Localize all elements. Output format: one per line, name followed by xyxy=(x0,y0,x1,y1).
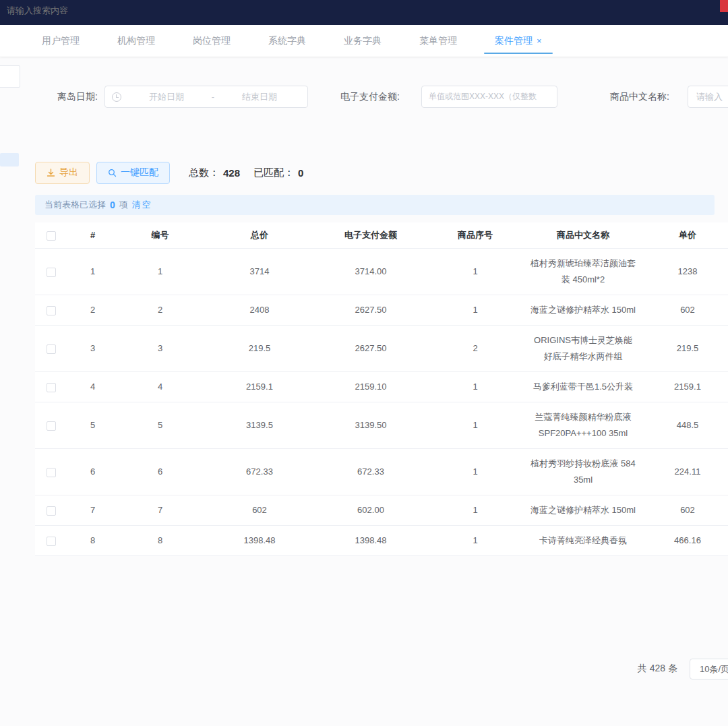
date-start-placeholder[interactable]: 开始日期 xyxy=(125,91,208,103)
cell-index: 1 xyxy=(67,249,118,295)
cell-unit-price: 1238 xyxy=(640,249,728,295)
row-checkbox[interactable] xyxy=(47,506,56,516)
cell-product-name: 植村秀新琥珀臻萃洁颜油套装 450ml*2 xyxy=(526,249,640,295)
case-table: # 编号 总价 电子支付金额 商品序号 商品中文名称 单价 1 1 3714 3… xyxy=(35,222,728,610)
product-name-filter-label: 商品中文名称: xyxy=(610,91,669,103)
row-checkbox[interactable] xyxy=(47,306,56,315)
selection-prefix: 当前表格已选择 xyxy=(44,199,106,211)
tab-label: 菜单管理 xyxy=(419,35,457,47)
matched-label: 已匹配： xyxy=(253,167,294,179)
cell-epay: 2159.10 xyxy=(317,372,425,402)
tab-label: 岗位管理 xyxy=(193,35,231,47)
cell-index: 2 xyxy=(67,295,118,326)
table-row: 1 1 3714 3714.00 1 植村秀新琥珀臻萃洁颜油套装 450ml*2… xyxy=(35,249,728,295)
product-name-input[interactable]: 请输入 xyxy=(688,86,728,108)
toolbar: 导出 一键匹配 总数：428 已匹配：0 xyxy=(35,161,303,184)
clock-icon xyxy=(112,92,121,102)
table-row: 4 4 2159.1 2159.10 1 马爹利蓝带干邑1.5公升装 2159.… xyxy=(35,372,728,402)
global-search-input[interactable] xyxy=(0,0,202,16)
cell-epay: 2627.50 xyxy=(317,326,425,372)
date-filter-label: 离岛日期: xyxy=(57,91,98,103)
nav-tab[interactable]: 菜单管理 xyxy=(418,25,458,57)
row-checkbox[interactable] xyxy=(47,468,56,477)
col-header-index: # xyxy=(67,222,118,249)
clipped-panel-fragment xyxy=(0,65,20,88)
cell-epay: 1398.48 xyxy=(317,526,425,556)
date-end-placeholder[interactable]: 结束日期 xyxy=(218,91,301,103)
cell-seq: 1 xyxy=(425,526,526,556)
cell-unit-price: 2159.1 xyxy=(640,372,728,402)
col-header-code: 编号 xyxy=(118,222,202,249)
cell-code: 4 xyxy=(118,372,202,402)
page-size-select[interactable]: 10条/页 xyxy=(690,659,728,679)
cell-total: 219.5 xyxy=(202,326,317,372)
cell-unit-price: 224.11 xyxy=(640,449,728,495)
tab-label: 案件管理 xyxy=(495,35,533,47)
tab-label: 机构管理 xyxy=(117,35,155,47)
select-all-checkbox[interactable] xyxy=(47,231,56,241)
selection-count: 0 xyxy=(110,200,115,210)
tab-label: 系统字典 xyxy=(268,35,306,47)
top-navbar xyxy=(0,0,728,25)
one-click-match-button[interactable]: 一键匹配 xyxy=(96,162,170,184)
cell-total: 3714 xyxy=(202,249,317,295)
cell-code: 6 xyxy=(118,449,202,495)
cell-product-name: ORIGINS韦博士灵芝焕能好底子精华水两件组 xyxy=(526,326,640,372)
filter-row: 离岛日期: 开始日期 - 结束日期 电子支付金额: 单值或范围XXX-XXX（仅… xyxy=(0,86,728,109)
cell-product-name: 兰蔻菁纯臻颜精华粉底液SPF20PA+++100 35ml xyxy=(526,402,640,449)
matched-value: 0 xyxy=(298,167,303,179)
cell-total: 2408 xyxy=(202,295,317,326)
cell-seq: 2 xyxy=(425,326,526,372)
col-header-epay: 电子支付金额 xyxy=(317,222,425,249)
cell-index: 3 xyxy=(67,326,118,372)
cell-code: 7 xyxy=(118,495,202,526)
row-checkbox[interactable] xyxy=(47,344,56,354)
cell-product-name: 海蓝之谜修护精萃水 150ml xyxy=(526,495,640,526)
nav-tab[interactable]: 机构管理 xyxy=(116,25,156,57)
cell-epay: 672.33 xyxy=(317,449,425,495)
export-button-label: 导出 xyxy=(59,167,78,179)
cell-index: 8 xyxy=(67,526,118,556)
row-checkbox[interactable] xyxy=(47,383,56,392)
cell-total: 3139.5 xyxy=(202,402,317,449)
selection-info-bar: 当前表格已选择 0 项 清空 xyxy=(35,195,715,215)
nav-tab[interactable]: 系统字典 xyxy=(267,25,307,57)
cell-epay: 3714.00 xyxy=(317,249,425,295)
table-row: 3 3 219.5 2627.50 2 ORIGINS韦博士灵芝焕能好底子精华水… xyxy=(35,326,728,372)
corner-red-badge xyxy=(720,0,728,12)
cell-product-name: 马爹利蓝带干邑1.5公升装 xyxy=(526,372,640,402)
cell-seq: 1 xyxy=(425,495,526,526)
tab-close-icon[interactable]: × xyxy=(537,36,542,46)
cell-seq: 1 xyxy=(425,449,526,495)
row-checkbox[interactable] xyxy=(47,421,56,431)
amount-input[interactable]: 单值或范围XXX-XXX（仅整数 xyxy=(421,86,557,108)
cell-unit-price: 602 xyxy=(640,495,728,526)
total-label: 总数： xyxy=(189,167,219,179)
nav-tab[interactable]: 业务字典 xyxy=(342,25,383,57)
row-checkbox[interactable] xyxy=(47,537,56,546)
cell-code: 3 xyxy=(118,326,202,372)
date-range-picker[interactable]: 开始日期 - 结束日期 xyxy=(104,86,308,108)
clear-selection-link[interactable]: 清空 xyxy=(132,199,152,211)
export-button[interactable]: 导出 xyxy=(35,162,90,184)
tab-label: 业务字典 xyxy=(344,35,382,47)
cell-unit-price: 602 xyxy=(640,295,728,326)
record-count-label: 共 428 条 xyxy=(638,663,677,675)
selection-suffix: 项 xyxy=(119,199,128,211)
cell-epay: 2627.50 xyxy=(317,295,425,326)
nav-tab[interactable]: 岗位管理 xyxy=(191,25,232,57)
cell-code: 8 xyxy=(118,526,202,556)
cell-epay: 3139.50 xyxy=(317,402,425,449)
cell-unit-price: 466.16 xyxy=(640,526,728,556)
download-icon xyxy=(47,169,55,177)
row-checkbox[interactable] xyxy=(47,268,56,277)
cell-product-name: 卡诗菁纯亮泽经典香氛 xyxy=(526,526,640,556)
nav-tab[interactable]: 用户管理 xyxy=(40,25,81,57)
cell-unit-price: 448.5 xyxy=(640,402,728,449)
cell-seq: 1 xyxy=(425,402,526,449)
cell-unit-price: 219.5 xyxy=(640,326,728,372)
cell-seq: 1 xyxy=(425,372,526,402)
nav-tab[interactable]: 案件管理 × xyxy=(493,25,543,57)
cell-total: 672.33 xyxy=(202,449,317,495)
cell-total: 1398.48 xyxy=(202,526,317,556)
